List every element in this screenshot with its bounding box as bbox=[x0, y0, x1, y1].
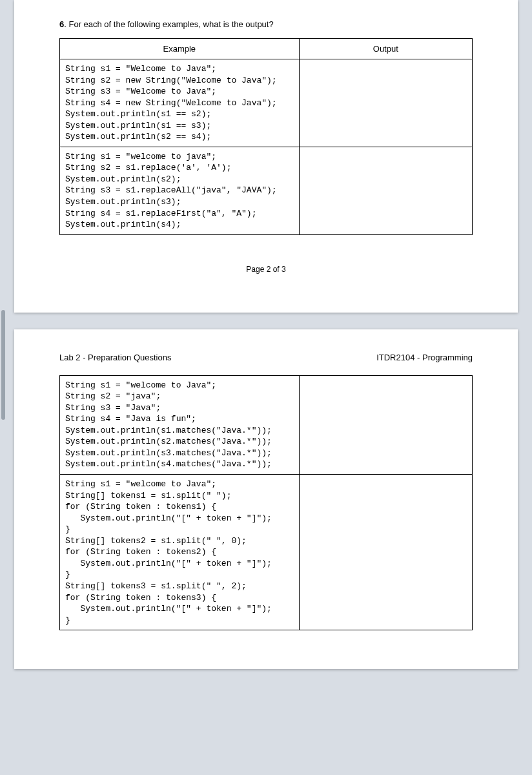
code-cell: String s1 = "welcome to Java"; String[] … bbox=[60, 475, 300, 630]
table-row: String s1 = "welcome to Java"; String[] … bbox=[60, 475, 473, 630]
table-header-example: Example bbox=[60, 39, 300, 59]
code-cell: String s1 = "Welcome to Java"; String s2… bbox=[60, 59, 300, 147]
header-right: ITDR2104 - Programming bbox=[376, 353, 473, 362]
page-footer: Page 2 of 3 bbox=[59, 265, 473, 274]
output-cell bbox=[299, 475, 472, 630]
table-row: String s1 = "welcome to Java"; String s2… bbox=[60, 375, 473, 474]
examples-table-2: String s1 = "welcome to Java"; String s2… bbox=[59, 375, 473, 630]
examples-table-1: Example Output String s1 = "Welcome to J… bbox=[59, 38, 473, 235]
header-left: Lab 2 - Preparation Questions bbox=[59, 353, 171, 362]
question-6-prompt: 6. For each of the following examples, w… bbox=[59, 19, 473, 29]
code-cell: String s1 = "welcome to java"; String s2… bbox=[60, 147, 300, 234]
question-text: . For each of the following examples, wh… bbox=[64, 19, 273, 29]
scrollbar-thumb[interactable] bbox=[1, 310, 5, 420]
code-cell: String s1 = "welcome to Java"; String s2… bbox=[60, 375, 300, 474]
output-cell bbox=[299, 59, 472, 147]
table-row: String s1 = "Welcome to Java"; String s2… bbox=[60, 59, 473, 147]
table-row: String s1 = "welcome to java"; String s2… bbox=[60, 147, 473, 234]
document-page-2: 6. For each of the following examples, w… bbox=[14, 0, 518, 313]
output-cell bbox=[299, 147, 472, 234]
table-header-output: Output bbox=[299, 39, 472, 59]
output-cell bbox=[299, 375, 472, 474]
document-page-3: Lab 2 - Preparation Questions ITDR2104 -… bbox=[14, 329, 518, 669]
page-header: Lab 2 - Preparation Questions ITDR2104 -… bbox=[59, 353, 473, 362]
